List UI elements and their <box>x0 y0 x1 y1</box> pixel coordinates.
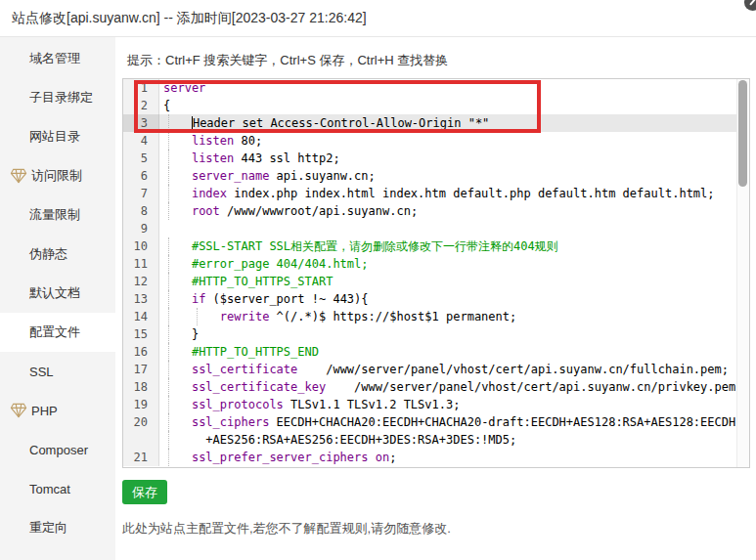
line-number: 9 <box>123 220 159 237</box>
line-number: 6 <box>123 167 159 185</box>
code-text: root /www/wwwroot/api.suyanw.cn; <box>159 202 749 220</box>
indent-guide <box>168 237 169 255</box>
indent-guide <box>168 413 169 431</box>
editor-hint: 提示：Ctrl+F 搜索关键字，Ctrl+S 保存，Ctrl+H 查找替换 <box>127 52 756 69</box>
line-number: 1 <box>123 79 159 97</box>
line-number: 18 <box>123 378 159 396</box>
save-button[interactable]: 保存 <box>122 480 167 504</box>
page-title: 站点修改[api.suyanw.cn] -- 添加时间[2023-03-27 2… <box>12 10 367 27</box>
code-line[interactable]: 2{ <box>123 97 749 114</box>
config-editor[interactable]: 1server2{3 Header set Access-Control-All… <box>122 78 750 468</box>
sidebar-item-ssl[interactable]: SSL <box>0 352 115 391</box>
code-line[interactable]: 16 #HTTP_TO_HTTPS_END <box>123 343 749 361</box>
scrollbar-thumb[interactable] <box>738 80 747 187</box>
line-number: 12 <box>123 273 159 290</box>
line-number: 17 <box>123 361 159 378</box>
sidebar-item-php[interactable]: PHP <box>0 391 115 430</box>
code-text: server <box>159 79 749 97</box>
code-line[interactable]: 14 rewrite ^(/.*)$ https://$host$1 perma… <box>123 308 749 325</box>
sidebar-item-domain[interactable]: 域名管理 <box>0 39 115 78</box>
code-text <box>159 220 749 237</box>
editor-scrollbar[interactable] <box>736 79 749 467</box>
sidebar-item-access[interactable]: 访问限制 <box>0 156 115 195</box>
sidebar-item-rewrite[interactable]: 伪静态 <box>0 235 115 274</box>
sidebar-item-label: 配置文件 <box>29 323 80 341</box>
sidebar-item-default[interactable]: 默认文档 <box>0 274 115 313</box>
sidebar: 域名管理子目录绑定网站目录访问限制流量限制伪静态默认文档配置文件SSLPHPCo… <box>0 37 115 560</box>
code-line[interactable]: +AES256:RSA+AES256:EECDH+3DES:RSA+3DES:!… <box>123 431 749 449</box>
indent-guide <box>168 308 169 325</box>
indent-guide <box>168 396 169 413</box>
code-text: ssl_certificate_key /www/server/panel/vh… <box>159 378 749 396</box>
code-line[interactable]: 19 ssl_protocols TLSv1.1 TLSv1.2 TLSv1.3… <box>123 396 749 413</box>
code-line[interactable]: 21 ssl_prefer_server_ciphers on; <box>123 449 749 466</box>
code-text: ssl_certificate /www/server/panel/vhost/… <box>159 361 749 378</box>
code-text: ssl_ciphers EECDH+CHACHA20:EECDH+CHACHA2… <box>159 413 749 431</box>
sidebar-item-label: Composer <box>29 443 88 457</box>
code-line[interactable]: 12 #HTTP_TO_HTTPS_START <box>123 273 749 290</box>
sidebar-item-label: SSL <box>29 365 54 379</box>
line-number: 4 <box>123 132 159 150</box>
code-line[interactable]: 7 index index.php index.html index.htm d… <box>123 185 749 202</box>
code-line[interactable]: 4 listen 80; <box>123 132 749 150</box>
sidebar-item-traffic[interactable]: 流量限制 <box>0 195 115 235</box>
code-line[interactable]: 18 ssl_certificate_key /www/server/panel… <box>123 378 749 396</box>
code-line[interactable]: 13 if ($server_port !~ 443){ <box>123 290 749 308</box>
code-text: { <box>159 97 749 114</box>
gem-icon <box>10 168 27 184</box>
code-line[interactable]: 6 server_name api.suyanw.cn; <box>123 167 749 185</box>
line-number <box>123 431 159 449</box>
sidebar-item-label: 网站目录 <box>29 128 80 146</box>
indent-guide <box>168 114 169 132</box>
corner-widget-icon[interactable] <box>744 0 756 11</box>
code-text: #SSL-START SSL相关配置，请勿删除或修改下一行带注释的404规则 <box>159 237 749 255</box>
code-text: } <box>159 325 749 343</box>
sidebar-item-label: Tomcat <box>29 482 70 496</box>
code-line[interactable]: 9 <box>123 220 749 237</box>
code-line[interactable]: 17 ssl_certificate /www/server/panel/vho… <box>123 361 749 378</box>
sidebar-item-label: 子目录绑定 <box>29 89 93 107</box>
line-number: 20 <box>123 413 159 431</box>
code-line[interactable]: 10 #SSL-START SSL相关配置，请勿删除或修改下一行带注释的404规… <box>123 237 749 255</box>
line-number: 16 <box>123 343 159 361</box>
indent-guide <box>168 132 169 150</box>
indent-guide <box>168 273 169 290</box>
title-bar: 站点修改[api.suyanw.cn] -- 添加时间[2023-03-27 2… <box>0 0 756 37</box>
indent-guide <box>168 431 169 449</box>
sidebar-item-sitedir[interactable]: 网站目录 <box>0 117 115 156</box>
code-text: listen 443 ssl http2; <box>159 150 749 167</box>
code-text: rewrite ^(/.*)$ https://$host$1 permanen… <box>159 308 749 325</box>
line-number: 7 <box>123 185 159 202</box>
code-text: ssl_prefer_server_ciphers on; <box>159 449 749 466</box>
code-line[interactable]: 3 Header set Access-Control-Allow-Origin… <box>123 114 749 132</box>
indent-guide <box>168 290 169 308</box>
code-line[interactable]: 5 listen 443 ssl http2; <box>123 150 749 167</box>
sidebar-item-label: 访问限制 <box>31 167 82 185</box>
indent-guide <box>168 255 169 273</box>
sidebar-item-subdir[interactable]: 子目录绑定 <box>0 78 115 117</box>
code-line[interactable]: 20 ssl_ciphers EECDH+CHACHA20:EECDH+CHAC… <box>123 413 749 431</box>
sidebar-item-tomcat[interactable]: Tomcat <box>0 469 115 508</box>
code-line[interactable]: 8 root /www/wwwroot/api.suyanw.cn; <box>123 202 749 220</box>
code-line[interactable]: 11 #error_page 404/404.html; <box>123 255 749 273</box>
sidebar-item-composer[interactable]: Composer <box>0 430 115 469</box>
code-text: #HTTP_TO_HTTPS_START <box>159 273 749 290</box>
code-line[interactable]: 15 } <box>123 325 749 343</box>
code-text: ssl_protocols TLSv1.1 TLSv1.2 TLSv1.3; <box>159 396 749 413</box>
line-number: 15 <box>123 325 159 343</box>
code-text: #HTTP_TO_HTTPS_END <box>159 343 749 361</box>
sidebar-item-redirect[interactable]: 重定向 <box>0 508 115 547</box>
line-number: 8 <box>123 202 159 220</box>
config-warning-note: 此处为站点主配置文件,若您不了解配置规则,请勿随意修改. <box>122 520 756 538</box>
code-text: server_name api.suyanw.cn; <box>159 167 749 185</box>
line-number: 21 <box>123 449 159 466</box>
code-line[interactable]: 1server <box>123 79 749 97</box>
sidebar-item-config[interactable]: 配置文件 <box>0 313 115 352</box>
sidebar-item-label: 默认文档 <box>29 284 80 302</box>
indent-guide <box>168 449 169 466</box>
line-number: 10 <box>123 237 159 255</box>
code-text: +AES256:RSA+AES256:EECDH+3DES:RSA+3DES:!… <box>159 431 749 449</box>
code-text: #error_page 404/404.html; <box>159 255 749 273</box>
code-text: listen 80; <box>159 132 749 150</box>
line-number: 13 <box>123 290 159 308</box>
